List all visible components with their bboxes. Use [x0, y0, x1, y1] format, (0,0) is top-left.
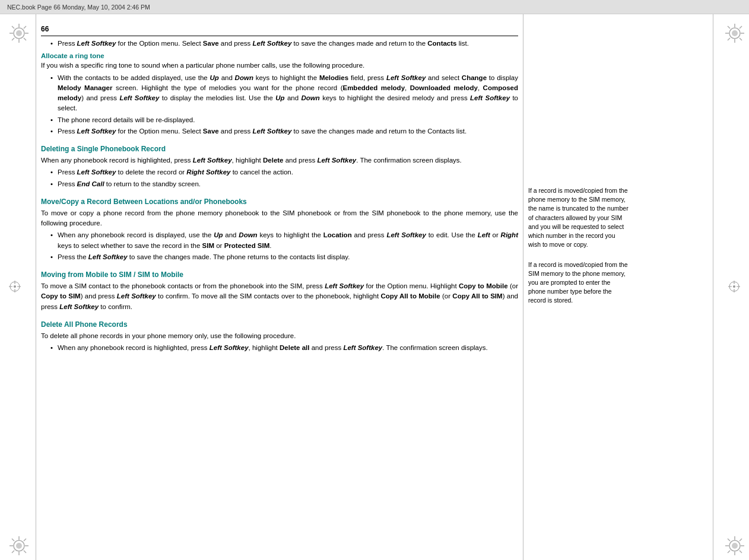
moving-from-mobile-para: To move a SIM contact to the phonebook c…: [41, 281, 518, 312]
sun-icon-bl: [8, 535, 30, 556]
main-text-column: 66 Press Left Softkey for the Option men…: [36, 14, 523, 560]
svg-line-33: [740, 38, 742, 40]
deleting-single-para: When any phonebook record is highlighted…: [41, 155, 518, 166]
svg-line-24: [24, 539, 26, 541]
svg-point-27: [732, 30, 738, 36]
side-note-1: If a record is moved/copied from the pho…: [528, 186, 629, 250]
svg-point-1: [16, 30, 22, 36]
intro-bullet-1: Press Left Softkey for the Option menu. …: [52, 39, 518, 49]
page-wrapper: NEC.book Page 66 Monday, May 10, 2004 2:…: [0, 0, 749, 560]
move-copy-bullet-2: Press the Left Softkey to save the chang…: [52, 252, 518, 262]
moving-from-mobile-heading: Moving from Mobile to SIM / SIM to Mobil…: [41, 271, 518, 279]
top-divider: [41, 36, 518, 36]
svg-line-7: [24, 38, 26, 40]
delete-all-para: To delete all phone records in your phon…: [41, 331, 518, 341]
sun-icon-tr: [724, 23, 745, 44]
allocate-bullet-1: With the contacts to be added displayed,…: [52, 73, 518, 114]
svg-line-8: [24, 26, 26, 28]
header-text: NEC.book Page 66 Monday, May 10, 2004 2:…: [7, 4, 150, 11]
svg-line-35: [728, 38, 730, 40]
page-header: NEC.book Page 66 Monday, May 10, 2004 2:…: [0, 0, 749, 14]
svg-line-51: [728, 551, 730, 553]
svg-line-9: [12, 38, 14, 40]
sun-icon-tl: [8, 23, 30, 44]
deleting-single-bullets: Press Left Softkey to delete the record …: [41, 167, 518, 189]
svg-point-17: [16, 543, 22, 549]
sun-icon-br: [724, 535, 745, 556]
intro-bullets: Press Left Softkey for the Option menu. …: [41, 39, 518, 49]
allocate-bullet-3: Press Left Softkey for the Option menu. …: [52, 126, 518, 136]
move-copy-bullets: When any phonebook record is displayed, …: [41, 230, 518, 262]
svg-line-22: [12, 539, 14, 541]
allocate-bullets: With the contacts to be added displayed,…: [41, 73, 518, 137]
svg-line-23: [24, 551, 26, 553]
page-content: 66 Press Left Softkey for the Option men…: [0, 14, 749, 560]
corner-decoration-bl: [8, 535, 25, 552]
deleting-bullet-2: Press End Call to return to the standby …: [52, 179, 518, 189]
crosshair-icon-right: [728, 280, 741, 293]
delete-all-bullets: When any phonebook record is highlighted…: [41, 343, 518, 353]
corner-decoration-br: [724, 535, 741, 552]
svg-line-25: [12, 551, 14, 553]
side-note-column: If a record is moved/copied from the pho…: [523, 14, 633, 560]
page-number: 66: [41, 25, 518, 33]
svg-line-49: [740, 551, 742, 553]
allocate-ring-tone-heading: Allocate a ring tone: [41, 52, 518, 59]
deleting-single-heading: Deleting a Single Phonebook Record: [41, 145, 518, 153]
svg-line-34: [740, 26, 742, 28]
crosshair-right: [728, 280, 741, 294]
corner-decoration-tr: [724, 23, 741, 39]
svg-point-15: [14, 285, 16, 288]
move-copy-bullet-1: When any phonebook record is displayed, …: [52, 230, 518, 251]
deleting-bullet-1: Press Left Softkey to delete the record …: [52, 167, 518, 177]
inner-page: 66 Press Left Softkey for the Option men…: [36, 14, 713, 560]
crosshair-icon-left: [8, 280, 21, 293]
delete-all-heading: Delete All Phone Records: [41, 320, 518, 329]
svg-line-48: [728, 539, 730, 541]
svg-point-41: [733, 285, 735, 288]
side-notes-container: If a record is moved/copied from the pho…: [528, 186, 629, 306]
allocate-bullet-2: The phone record details will be re-disp…: [52, 115, 518, 125]
allocate-para: If you wish a specific ring tone to soun…: [41, 61, 518, 71]
delete-all-bullet-1: When any phonebook record is highlighted…: [52, 343, 518, 353]
svg-point-43: [732, 543, 738, 549]
corner-decoration-tl: [8, 23, 25, 39]
crosshair-left: [8, 280, 21, 294]
move-copy-heading: Move/Copy a Record Between Locations and…: [41, 198, 518, 206]
intro-b1-text: Press Left Softkey for the Option menu. …: [58, 40, 469, 47]
side-note-2: If a record is moved/copied from the SIM…: [528, 260, 629, 306]
move-copy-para: To move or copy a phone record from the …: [41, 208, 518, 229]
left-margin: [0, 14, 36, 560]
svg-line-50: [740, 539, 742, 541]
svg-line-32: [728, 26, 730, 28]
svg-line-6: [12, 26, 14, 28]
right-margin: [713, 14, 749, 560]
